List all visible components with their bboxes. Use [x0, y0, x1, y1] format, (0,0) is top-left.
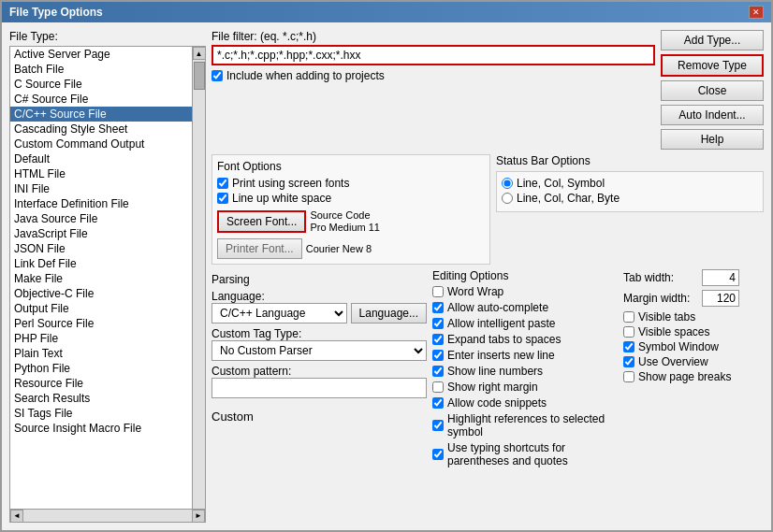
editing-option-checkbox[interactable]: [432, 449, 444, 460]
file-list-item[interactable]: Cascading Style Sheet: [10, 122, 192, 137]
extra-option-checkbox[interactable]: [623, 341, 634, 352]
status-option2-label: Line, Col, Char, Byte: [517, 192, 620, 205]
file-list-item[interactable]: Perl Source File: [10, 316, 192, 331]
status-option1-label: Line, Col, Symbol: [517, 177, 605, 190]
scroll-right-arrow[interactable]: ►: [192, 510, 205, 523]
file-list-item[interactable]: Java Source File: [10, 211, 192, 226]
print-screen-row: Print using screen fonts: [217, 177, 485, 190]
line-up-checkbox[interactable]: [217, 193, 228, 204]
printer-font-button[interactable]: Printer Font...: [217, 238, 302, 259]
extra-option-row: Show page breaks: [623, 370, 764, 383]
file-list-item[interactable]: C/C++ Source File: [10, 107, 192, 122]
extra-option-checkbox[interactable]: [623, 311, 634, 323]
editing-option-checkbox[interactable]: [432, 334, 444, 345]
file-list-item[interactable]: Link Def File: [10, 256, 192, 271]
margin-width-input[interactable]: [702, 290, 739, 307]
list-scrollbar-v[interactable]: ▲: [192, 47, 205, 509]
file-list-item[interactable]: HTML File: [10, 166, 192, 181]
custom-tag-dropdown[interactable]: No Custom Parser: [211, 340, 427, 361]
auto-indent-button[interactable]: Auto Indent...: [661, 105, 764, 125]
buttons-col: Add Type... Remove Type Close Auto Inden…: [661, 30, 764, 150]
editing-option-checkbox[interactable]: [432, 381, 444, 393]
add-type-button[interactable]: Add Type...: [661, 30, 764, 50]
file-list-item[interactable]: Batch File: [10, 62, 192, 77]
filter-section: File filter: (eq. *.c;*.h) Include when …: [211, 30, 655, 82]
tab-width-label: Tab width:: [623, 271, 698, 284]
close-button[interactable]: Close: [661, 80, 764, 101]
file-list-item[interactable]: Default: [10, 151, 192, 166]
editing-title: Editing Options: [432, 269, 618, 282]
file-list-item[interactable]: PHP File: [10, 331, 192, 346]
status-option2-radio[interactable]: [502, 193, 513, 204]
parsing-title: Parsing: [211, 273, 427, 286]
editing-option-row: Show line numbers: [432, 365, 618, 378]
file-list-item[interactable]: SI Tags File: [10, 406, 192, 421]
language-button[interactable]: Language...: [351, 303, 427, 324]
include-projects-checkbox[interactable]: [211, 70, 223, 81]
middle-row: Font Options Print using screen fonts Li…: [211, 154, 764, 265]
extra-option-checkbox[interactable]: [623, 356, 634, 367]
editing-option-row: Highlight references to selected symbol: [432, 412, 618, 439]
file-list-item[interactable]: Output File: [10, 301, 192, 316]
extra-option-label: Visible spaces: [638, 325, 710, 338]
dialog-title: File Type Options: [9, 6, 103, 19]
screen-font-button[interactable]: Screen Font...: [217, 210, 306, 233]
editing-section: Editing Options Word WrapAllow auto-comp…: [432, 269, 618, 523]
filter-label: File filter: (eq. *.c;*.h): [211, 30, 655, 43]
list-scrollbar-h[interactable]: ◄ ►: [10, 509, 205, 522]
editing-option-label: Highlight references to selected symbol: [447, 412, 618, 439]
help-button[interactable]: Help: [661, 129, 764, 150]
margin-width-row: Margin width:: [623, 290, 764, 307]
top-row: File filter: (eq. *.c;*.h) Include when …: [211, 30, 764, 150]
extra-option-label: Symbol Window: [638, 340, 719, 353]
file-list-item[interactable]: Search Results: [10, 391, 192, 406]
editing-option-checkbox[interactable]: [432, 350, 444, 361]
scroll-thumb-v[interactable]: [194, 62, 205, 90]
editing-option-checkbox[interactable]: [432, 397, 444, 409]
extra-option-checkbox[interactable]: [623, 326, 634, 338]
file-list-item[interactable]: INI File: [10, 181, 192, 196]
editing-option-checkbox[interactable]: [432, 302, 444, 313]
remove-type-button[interactable]: Remove Type: [661, 54, 764, 77]
editing-option-row: Allow intelligent paste: [432, 317, 618, 330]
file-list-item[interactable]: C Source File: [10, 77, 192, 92]
extra-option-row: Visible tabs: [623, 310, 764, 324]
tab-width-input[interactable]: [702, 269, 739, 286]
file-filter-input[interactable]: [211, 45, 655, 65]
file-list-item[interactable]: Python File: [10, 361, 192, 376]
extra-option-checkbox[interactable]: [623, 371, 634, 382]
file-list-item[interactable]: Objective-C File: [10, 286, 192, 301]
dialog-body: File Type: Active Server PageBatch FileC…: [2, 22, 771, 530]
language-dropdown[interactable]: C/C++ Language: [211, 303, 347, 324]
file-list-item[interactable]: Plain Text: [10, 346, 192, 361]
editing-option-checkbox[interactable]: [432, 420, 444, 431]
file-list-item[interactable]: JSON File: [10, 241, 192, 256]
close-x-button[interactable]: ✕: [749, 6, 764, 19]
editing-option-checkbox[interactable]: [432, 318, 444, 329]
file-list-item[interactable]: JavaScript File: [10, 226, 192, 241]
tab-width-row: Tab width:: [623, 269, 764, 286]
custom-pattern-input[interactable]: [211, 378, 427, 398]
margin-width-label: Margin width:: [623, 292, 698, 305]
file-list-item[interactable]: Make File: [10, 271, 192, 286]
file-list-item[interactable]: Resource File: [10, 376, 192, 391]
status-option1-radio[interactable]: [502, 178, 513, 189]
editing-option-label: Enter inserts new line: [447, 349, 555, 362]
editing-option-row: Expand tabs to spaces: [432, 333, 618, 346]
editing-option-checkbox[interactable]: [432, 366, 444, 377]
font-options-section: Font Options Print using screen fonts Li…: [211, 154, 490, 265]
editing-option-checkbox[interactable]: [432, 286, 444, 297]
file-list-item[interactable]: Custom Command Output: [10, 137, 192, 151]
tab-margin-section: Tab width: Margin width: Visible tabsVis…: [623, 269, 764, 523]
scroll-up-arrow[interactable]: ▲: [193, 47, 206, 60]
file-list-item[interactable]: C# Source File: [10, 92, 192, 107]
file-list-item[interactable]: Source Insight Macro File: [10, 421, 192, 436]
file-list-item[interactable]: Interface Definition File: [10, 196, 192, 211]
custom-tag-label: Custom Tag Type:: [211, 327, 427, 340]
editing-option-label: Allow intelligent paste: [447, 317, 555, 330]
print-screen-checkbox[interactable]: [217, 178, 228, 189]
scroll-left-arrow[interactable]: ◄: [10, 510, 23, 523]
line-up-row: Line up white space: [217, 192, 485, 205]
file-list-item[interactable]: Active Server Page: [10, 47, 192, 62]
include-projects-label: Include when adding to projects: [226, 69, 385, 82]
